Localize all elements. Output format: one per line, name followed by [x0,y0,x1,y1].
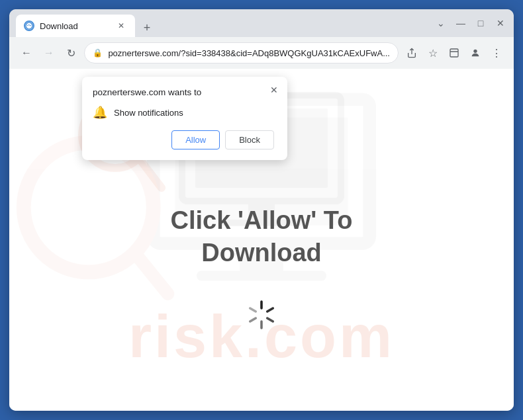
notification-popup: ✕ poznerterswe.com wants to 🔔 Show notif… [82,77,287,160]
new-tab-button[interactable]: + [138,19,156,37]
active-tab[interactable]: Download ✕ [16,15,135,37]
browser-window: Download ✕ + ⌄ — □ ✕ ← → ↻ 🔒 poznertersw… [9,9,514,411]
svg-rect-12 [197,271,326,280]
block-button[interactable]: Block [225,130,274,149]
back-button[interactable]: ← [17,44,36,62]
tab-title: Download [40,21,110,31]
minimize-button[interactable]: — [454,18,467,28]
content-area: risk.com Click 'Allow' To Download [9,69,514,411]
svg-point-0 [26,22,32,29]
address-text: poznerterswe.com/?sid=338438&cid=ADq8BWQ… [108,48,390,58]
window-down-icon[interactable]: ⌄ [434,18,448,28]
browser-ui-icon[interactable] [445,44,463,62]
popup-title: poznerterswe.com wants to [93,87,274,97]
tab-favicon [24,21,34,31]
close-button[interactable]: ✕ [494,18,507,28]
profile-icon[interactable] [466,44,485,62]
popup-content: 🔔 Show notifications [93,105,274,120]
main-page-text: Click 'Allow' To Download [171,204,353,269]
lock-icon: 🔒 [93,48,103,58]
svg-line-26 [250,307,256,314]
share-icon[interactable] [403,44,421,62]
nav-bar: ← → ↻ 🔒 poznerterswe.com/?sid=338438&cid… [9,37,514,69]
bell-icon: 🔔 [93,105,107,120]
notification-label: Show notifications [114,108,183,118]
bookmark-icon[interactable]: ☆ [424,44,442,62]
maximize-button[interactable]: □ [474,18,487,28]
tab-area: Download ✕ + [16,9,429,37]
title-bar: Download ✕ + ⌄ — □ ✕ [9,9,514,37]
popup-actions: Allow Block [93,130,274,149]
nav-actions: ☆ ⋮ [403,44,506,62]
svg-line-25 [250,317,256,323]
tab-close-button[interactable]: ✕ [115,20,127,32]
allow-button[interactable]: Allow [171,130,220,149]
menu-icon[interactable]: ⋮ [487,44,506,62]
svg-point-2 [473,50,477,53]
loading-spinner [245,298,278,331]
refresh-button[interactable]: ↻ [62,44,81,62]
popup-close-button[interactable]: ✕ [267,83,281,97]
svg-line-23 [267,317,273,323]
svg-line-14 [138,257,168,294]
svg-rect-1 [450,49,458,57]
svg-line-22 [267,307,273,314]
forward-button[interactable]: → [40,44,58,62]
address-bar[interactable]: 🔒 poznerterswe.com/?sid=338438&cid=ADq8B… [84,42,399,63]
window-controls: ⌄ — □ ✕ [434,18,507,28]
